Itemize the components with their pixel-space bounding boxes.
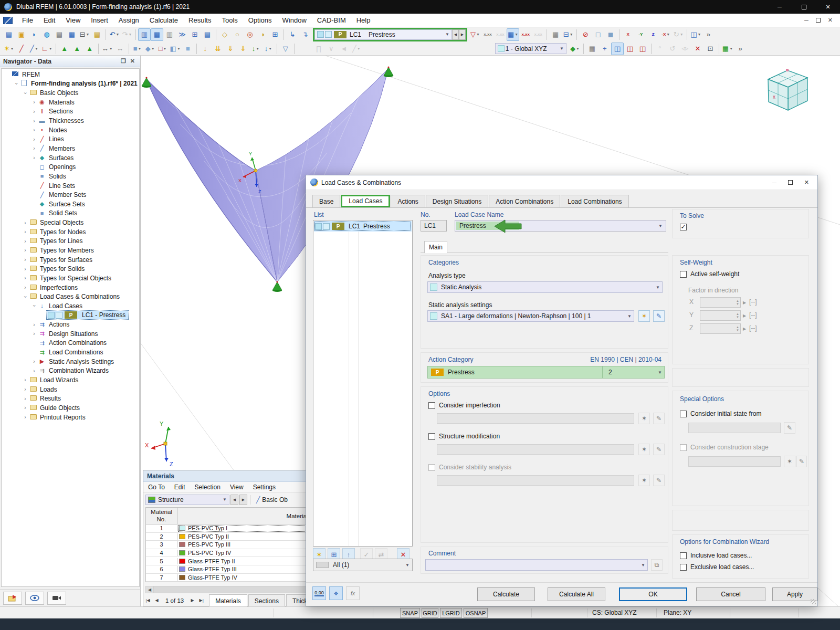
new-from-template-button[interactable]: ▤ bbox=[91, 28, 103, 41]
new-dimension-button[interactable]: ↔▼ bbox=[101, 43, 114, 55]
next-load-case-button[interactable]: ▶ bbox=[459, 29, 466, 40]
tree-chevron-icon[interactable]: › bbox=[30, 155, 38, 161]
dropdown-arrow-icon[interactable]: ▼ bbox=[576, 47, 580, 50]
tree-item-load-cases[interactable]: ›↓Load Cases bbox=[2, 301, 139, 311]
tree-chevron-icon[interactable]: › bbox=[22, 229, 29, 235]
static-analysis-settings-dropdown[interactable]: SA1 - Large deformations | Newton-Raphso… bbox=[427, 310, 634, 322]
coordinate-system-combo[interactable]: 1 - Global XYZ▼ bbox=[495, 43, 566, 54]
dropdown-arrow-icon[interactable]: ▼ bbox=[666, 33, 670, 36]
tree-item-line-sets[interactable]: ╱Line Sets bbox=[2, 181, 139, 191]
exclusive-load-cases-checkbox[interactable] bbox=[680, 564, 687, 571]
menu-edit[interactable]: Edit bbox=[38, 14, 60, 27]
filter-loads-button[interactable]: ▽▼ bbox=[469, 28, 481, 41]
tree-item-guide-objects[interactable]: ›Guide Objects bbox=[2, 403, 139, 413]
dropdown-arrow-icon[interactable]: ▼ bbox=[698, 33, 701, 36]
dropdown-arrow-icon[interactable]: ▼ bbox=[177, 47, 181, 50]
tree-item-combination-wizards[interactable]: ›⇉Combination Wizards bbox=[2, 366, 139, 376]
undo-button[interactable]: ↶▼ bbox=[108, 28, 121, 41]
tree-item-rfem[interactable]: RFEM bbox=[2, 70, 139, 79]
dropdown-arrow-icon[interactable]: ▼ bbox=[151, 47, 155, 50]
select-ring-button[interactable]: ◎ bbox=[244, 28, 256, 41]
first-page-button[interactable]: |◀ bbox=[143, 598, 152, 603]
calculate-button[interactable]: Calculate bbox=[477, 587, 535, 601]
dialog-tab-action-combinations[interactable]: Action Combinations bbox=[489, 195, 560, 207]
tree-chevron-icon[interactable]: › bbox=[22, 285, 29, 290]
load-case-list[interactable]: P LC1 Prestress bbox=[313, 220, 413, 547]
tree-chevron-icon[interactable]: › bbox=[22, 386, 29, 392]
view-cube-button[interactable]: ◻ bbox=[592, 28, 604, 41]
dropdown-arrow-icon[interactable]: ▼ bbox=[35, 47, 38, 50]
dropdown-arrow-icon[interactable]: ▼ bbox=[729, 47, 733, 50]
new-nodal-support-button[interactable]: ▲ bbox=[58, 43, 71, 55]
dropdown-arrow-icon[interactable]: ▼ bbox=[570, 33, 573, 36]
zoom-cancel-button[interactable]: ⊘ bbox=[579, 28, 592, 41]
tree-item-action-combinations[interactable]: ⇉Action Combinations bbox=[2, 339, 139, 348]
tree-item-surface-sets[interactable]: ◆Surface Sets bbox=[2, 200, 139, 209]
tree-item-members[interactable]: ›╱Members bbox=[2, 144, 139, 153]
minimize-button[interactable]: ─ bbox=[768, 0, 792, 14]
tree-item-types-for-surfaces[interactable]: ›Types for Surfaces bbox=[2, 255, 139, 265]
view-cube-edit-button[interactable]: ◼ bbox=[604, 28, 617, 41]
materials-menu-selection[interactable]: Selection bbox=[190, 484, 225, 491]
panel-tables-button[interactable]: ▦ bbox=[151, 28, 163, 41]
tree-chevron-icon[interactable]: › bbox=[14, 80, 19, 87]
tree-chevron-icon[interactable]: › bbox=[22, 220, 29, 226]
materials-menu-settings[interactable]: Settings bbox=[248, 484, 280, 491]
dropdown-arrow-icon[interactable]: ▼ bbox=[476, 33, 480, 36]
menu-insert[interactable]: Insert bbox=[86, 14, 113, 27]
view-minus-x-button[interactable]: -X▼ bbox=[659, 28, 672, 41]
work-plane-button[interactable]: ◆▼ bbox=[569, 43, 581, 55]
tree-item-loads[interactable]: ›Loads bbox=[2, 385, 139, 394]
tree-chevron-icon[interactable]: › bbox=[30, 118, 38, 124]
dialog-tab-load-combinations[interactable]: Load Combinations bbox=[561, 195, 628, 207]
tree-chevron-icon[interactable]: › bbox=[22, 275, 29, 281]
structure-combo[interactable]: Structure ▼ bbox=[145, 495, 229, 505]
view-x-button[interactable]: X bbox=[622, 28, 634, 41]
new-polyline-button[interactable]: ∟▼ bbox=[40, 43, 54, 55]
tree-chevron-icon[interactable]: › bbox=[22, 414, 29, 420]
tree-chevron-icon[interactable]: › bbox=[30, 322, 38, 328]
menu-calculate[interactable]: Calculate bbox=[144, 14, 183, 27]
new-line-button[interactable]: ╱ bbox=[15, 43, 28, 55]
tree-item-design-situations[interactable]: ›⇉Design Situations bbox=[2, 329, 139, 339]
dropdown-arrow-icon[interactable]: ▼ bbox=[128, 33, 132, 36]
tree-chevron-icon[interactable]: › bbox=[30, 331, 38, 337]
analysis-type-dropdown[interactable]: Static Analysis ▼ bbox=[427, 281, 663, 293]
load-table-button[interactable]: ▦▼ bbox=[507, 28, 519, 41]
dlubal-center-button[interactable]: ◗ bbox=[28, 28, 40, 41]
tree-item-actions[interactable]: ›⇉Actions bbox=[2, 320, 139, 329]
new-surface-support-button[interactable]: ▲ bbox=[83, 43, 96, 55]
materials-menu-edit[interactable]: Edit bbox=[170, 484, 190, 491]
new-member-load-button[interactable]: ⇊ bbox=[212, 43, 224, 55]
dropdown-arrow-icon[interactable]: ▼ bbox=[49, 47, 52, 50]
menu-window[interactable]: Window bbox=[277, 14, 312, 27]
select-box-button[interactable]: ⊞ bbox=[269, 28, 281, 41]
data-navigator-tab[interactable] bbox=[3, 592, 22, 605]
tree-chevron-icon[interactable]: › bbox=[32, 302, 37, 310]
dropdown-arrow-icon[interactable]: ▼ bbox=[514, 33, 518, 36]
tree-item-types-for-solids[interactable]: ›Types for Solids bbox=[2, 264, 139, 274]
new-member-button[interactable]: ╱▼ bbox=[28, 43, 40, 55]
menu-results[interactable]: Results bbox=[183, 14, 216, 27]
panel-secondary-button[interactable]: ▥ bbox=[163, 28, 176, 41]
tree-item-form-finding-analysis-1-rf6-2021[interactable]: ›Form-finding analysis (1).rf6* | 2021 bbox=[2, 79, 139, 89]
grid-toggle[interactable]: GRID bbox=[422, 608, 438, 618]
panel-console-button[interactable]: ≫ bbox=[176, 28, 188, 41]
camera-navigator-tab[interactable] bbox=[47, 592, 66, 605]
comment-copy-button[interactable]: ⧉ bbox=[651, 559, 663, 571]
tool-settings-button[interactable]: ⊡ bbox=[704, 43, 717, 55]
menu-file[interactable]: File bbox=[17, 14, 38, 27]
prev-page-button[interactable]: ◀ bbox=[152, 598, 161, 603]
tree-chevron-icon[interactable]: › bbox=[30, 145, 38, 151]
table-tab-materials[interactable]: Materials bbox=[209, 594, 247, 607]
inclusive-load-cases-checkbox[interactable] bbox=[680, 552, 687, 559]
table-panel-button[interactable]: ▦▼ bbox=[721, 43, 734, 55]
menu-assign[interactable]: Assign bbox=[113, 14, 144, 27]
tree-item-materials[interactable]: ›◉Materials bbox=[2, 98, 139, 107]
new-generated-load-button[interactable]: ↓▼ bbox=[262, 43, 275, 55]
navigation-cube[interactable]: x bbox=[768, 69, 807, 110]
new-line-load-button[interactable]: ↓▼ bbox=[249, 43, 262, 55]
delete-tool-button[interactable]: ✕ bbox=[691, 43, 704, 55]
load-case-number-field[interactable]: LC1 bbox=[421, 220, 447, 232]
new-nurbs-surface-button[interactable]: ◆▼ bbox=[144, 43, 156, 55]
